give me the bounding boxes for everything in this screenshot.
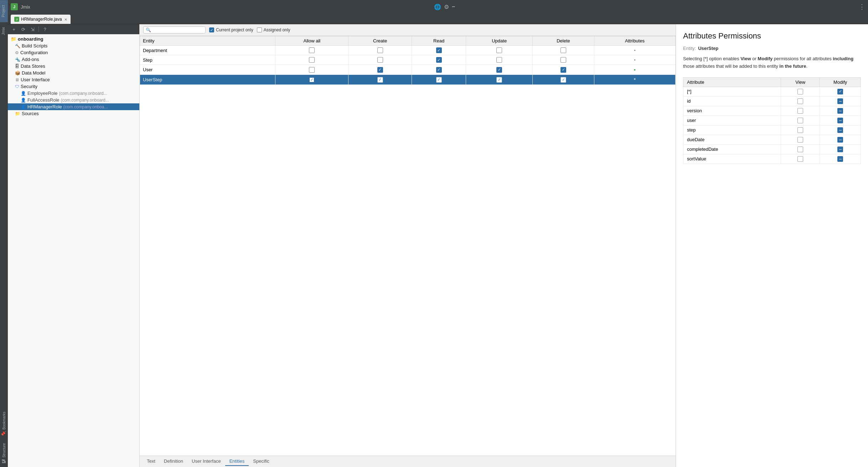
tab-text[interactable]: Text xyxy=(143,457,160,466)
attr-name: id xyxy=(683,96,781,106)
structure-tab[interactable]: 🏗 Structure xyxy=(0,440,8,467)
attr-view[interactable] xyxy=(781,144,820,154)
entity-label: Entity: xyxy=(683,46,696,51)
update-cell[interactable]: ✓ xyxy=(466,75,533,85)
sync-button[interactable]: ⟳ xyxy=(19,25,27,33)
globe-button[interactable]: 🌐 xyxy=(434,4,441,10)
attr-view[interactable] xyxy=(781,116,820,125)
assigned-checkbox[interactable] xyxy=(257,27,262,32)
attr-cell[interactable]: • xyxy=(594,55,676,65)
attr-row[interactable]: step − xyxy=(683,125,861,135)
attr-modify[interactable]: − xyxy=(820,135,861,144)
search-input[interactable] xyxy=(153,27,202,32)
attr-modify[interactable]: − xyxy=(820,154,861,164)
col-entity: Entity xyxy=(140,36,275,46)
description-modify: Modify xyxy=(758,56,773,61)
table-row[interactable]: Step ✓ • xyxy=(140,55,676,65)
update-cell[interactable]: ✓ xyxy=(466,65,533,75)
read-cell[interactable]: ✓ xyxy=(412,46,466,55)
tab-user-interface[interactable]: User Interface xyxy=(187,457,225,466)
attr-cell[interactable]: * xyxy=(594,75,676,85)
create-cell[interactable]: ✓ xyxy=(348,65,412,75)
update-cell[interactable] xyxy=(466,55,533,65)
build-scripts-icon: 🔨 xyxy=(15,43,20,48)
more-button[interactable]: ⋮ xyxy=(859,3,865,11)
attr-row[interactable]: completedDate − xyxy=(683,144,861,154)
delete-cell[interactable]: ✓ xyxy=(533,75,594,85)
attr-view[interactable] xyxy=(781,135,820,144)
tree-item-hrmanager-role[interactable]: 👤 HRManagerRole (com.company.onboa... xyxy=(8,103,139,110)
tree-item-data-stores[interactable]: 🗄 Data Stores xyxy=(8,63,139,70)
tab-close-btn[interactable]: × xyxy=(64,17,67,22)
read-cell[interactable]: ✓ xyxy=(412,75,466,85)
attr-cell[interactable]: • xyxy=(594,46,676,55)
col-read: Read xyxy=(412,36,466,46)
table-row[interactable]: User ✓ ✓ ✓ ✓ • xyxy=(140,65,676,75)
create-cell[interactable] xyxy=(348,55,412,65)
tree-item-security[interactable]: 🛡 Security xyxy=(8,83,139,90)
jmix-tab[interactable]: Jmix xyxy=(0,22,8,40)
attr-view[interactable] xyxy=(781,96,820,106)
attr-view[interactable] xyxy=(781,106,820,116)
create-cell[interactable]: ✓ xyxy=(348,75,412,85)
attributes-table: Attribute View Modify [*] xyxy=(683,77,861,164)
attr-row[interactable]: version − xyxy=(683,106,861,116)
project-tab[interactable]: Project xyxy=(0,0,8,22)
allow-all-cell[interactable] xyxy=(275,55,348,65)
attr-modify[interactable]: ✓ xyxy=(820,87,861,96)
read-cell[interactable]: ✓ xyxy=(412,55,466,65)
attr-row[interactable]: user − xyxy=(683,116,861,125)
tree-item-build-scripts[interactable]: 🔨 Build Scripts xyxy=(8,42,139,49)
tab-specific[interactable]: Specific xyxy=(249,457,274,466)
tree-item-data-model[interactable]: 📦 Data Model xyxy=(8,70,139,76)
tree-item-employee-role[interactable]: 👤 EmployeeRole (com.company.onboard... xyxy=(8,90,139,97)
current-project-checkbox-label[interactable]: ✓ Current project only xyxy=(209,27,253,32)
attr-modify[interactable]: − xyxy=(820,144,861,154)
assigned-checkbox-label[interactable]: Assigned only xyxy=(257,27,290,32)
file-tab[interactable]: J HRManagerRole.java × xyxy=(11,15,71,24)
tree-item-configuration[interactable]: ⚙ Configuration xyxy=(8,49,139,56)
tree-item-fullaccess-role[interactable]: 👤 FullAccessRole (com.company.onboard... xyxy=(8,97,139,103)
table-row[interactable]: Department ✓ • xyxy=(140,46,676,55)
allow-all-cell[interactable] xyxy=(275,46,348,55)
search-box[interactable]: 🔍 xyxy=(143,26,206,34)
tab-entities[interactable]: Entities xyxy=(225,457,249,466)
add-button[interactable]: + xyxy=(10,25,18,33)
settings-button[interactable]: ⚙ xyxy=(444,4,449,10)
allow-all-cell[interactable]: ✓ xyxy=(275,75,348,85)
read-cell[interactable]: ✓ xyxy=(412,65,466,75)
attr-row[interactable]: dueDate − xyxy=(683,135,861,144)
tab-definition[interactable]: Definition xyxy=(160,457,187,466)
help-button[interactable]: ? xyxy=(41,25,49,33)
attr-row[interactable]: id − xyxy=(683,96,861,106)
tree-item-sources[interactable]: 📁 Sources xyxy=(8,110,139,117)
create-cell[interactable] xyxy=(348,46,412,55)
tree-root[interactable]: 📁 onboarding xyxy=(8,36,139,42)
attr-view[interactable] xyxy=(781,154,820,164)
attr-modify[interactable]: − xyxy=(820,116,861,125)
tab-icon: J xyxy=(14,17,19,22)
delete-cell[interactable] xyxy=(533,46,594,55)
attr-row[interactable]: [*] ✓ xyxy=(683,87,861,96)
attr-modify[interactable]: − xyxy=(820,125,861,135)
update-cell[interactable] xyxy=(466,46,533,55)
table-row-selected[interactable]: UserStep ✓ ✓ ✓ xyxy=(140,75,676,85)
delete-cell[interactable] xyxy=(533,55,594,65)
allow-all-cell[interactable] xyxy=(275,65,348,75)
tree-item-addons[interactable]: 🔩 Add-ons xyxy=(8,56,139,63)
attr-cell[interactable]: • xyxy=(594,65,676,75)
attr-row[interactable]: sortValue − xyxy=(683,154,861,164)
entity-name: UserStep xyxy=(140,75,275,85)
attr-name: dueDate xyxy=(683,135,781,144)
minimize-button[interactable]: − xyxy=(452,4,455,10)
attr-view[interactable] xyxy=(781,125,820,135)
delete-cell[interactable]: ✓ xyxy=(533,65,594,75)
attr-view[interactable] xyxy=(781,87,820,96)
current-project-checkbox[interactable]: ✓ xyxy=(209,27,214,32)
expand-button[interactable]: ⇲ xyxy=(29,25,36,33)
attr-modify[interactable]: − xyxy=(820,96,861,106)
bookmarks-tab[interactable]: 📌 Bookmarks xyxy=(0,408,8,440)
col-create: Create xyxy=(348,36,412,46)
attr-modify[interactable]: − xyxy=(820,106,861,116)
tree-item-user-interface[interactable]: 🖥 User Interface xyxy=(8,76,139,83)
